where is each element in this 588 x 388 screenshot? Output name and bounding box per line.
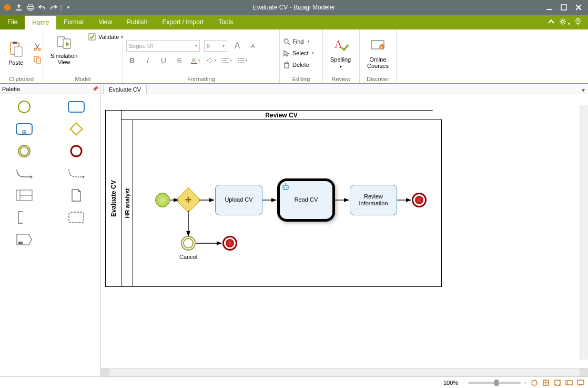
svg-point-69 <box>286 187 287 188</box>
fill-color-icon[interactable]: ▾ <box>205 55 217 66</box>
spelling-button[interactable]: A Spelling▾ <box>326 35 355 72</box>
window-title: Evaluate CV - Bizagi Modeler <box>253 4 336 11</box>
document-tabs: Evaluate CV ▾ <box>101 84 588 94</box>
maximize-icon[interactable] <box>559 2 569 13</box>
palette-sequence-flow[interactable] <box>5 166 43 181</box>
undo-icon[interactable] <box>37 2 47 13</box>
palette-start-event[interactable] <box>5 100 43 114</box>
document-tab-menu-icon[interactable]: ▾ <box>579 86 588 94</box>
lane-name: HR analyst <box>124 188 130 218</box>
svg-rect-11 <box>13 42 17 44</box>
bot-task-icon <box>282 183 289 193</box>
redo-icon[interactable] <box>48 2 59 13</box>
statusbar: 100% − + <box>0 376 588 388</box>
online-courses-label: Online Courses <box>367 56 389 69</box>
paste-button[interactable]: Paste <box>3 38 28 68</box>
palette-pool[interactable] <box>5 188 43 203</box>
palette-end-event[interactable] <box>58 144 96 158</box>
svg-marker-52 <box>31 175 33 178</box>
bpmn-intermediate-event[interactable] <box>181 236 196 251</box>
palette-intermediate-event[interactable] <box>5 144 43 158</box>
paste-label: Paste <box>8 59 23 66</box>
tab-view[interactable]: View <box>91 15 119 29</box>
fit-page-icon[interactable] <box>542 379 550 387</box>
bpmn-end-event[interactable] <box>412 193 427 207</box>
grow-font-icon[interactable]: A <box>231 40 243 52</box>
collapse-ribbon-icon[interactable] <box>548 18 555 27</box>
ribbon-group-discover: $ Online Courses Discover <box>360 29 397 83</box>
svg-point-9 <box>577 19 579 21</box>
bpmn-start-event[interactable] <box>155 193 170 207</box>
find-button[interactable]: Find ▾ <box>283 37 310 46</box>
tab-format[interactable]: Format <box>56 15 91 29</box>
select-button[interactable]: Select ▾ <box>283 48 314 58</box>
canvas[interactable]: Evaluate CV Review CV HR analyst + <box>101 94 588 368</box>
tab-publish[interactable]: Publish <box>119 15 155 29</box>
minimize-icon[interactable] <box>544 2 554 13</box>
tab-home[interactable]: Home <box>25 15 56 29</box>
close-icon[interactable] <box>573 2 584 13</box>
palette-association[interactable] <box>58 166 96 181</box>
palette-data-object[interactable] <box>58 188 96 203</box>
align-icon[interactable]: ▾ <box>221 55 232 66</box>
copy-icon[interactable] <box>33 55 42 64</box>
bpmn-task-read[interactable]: Read CV <box>277 178 335 222</box>
view-mode2-icon[interactable] <box>576 379 585 387</box>
clipboard-group-label: Clipboard <box>3 75 39 82</box>
font-size-combo[interactable]: 8 ▾ <box>204 40 227 52</box>
review-group-label: Review <box>326 75 356 82</box>
list-icon[interactable]: ▾ <box>237 55 248 66</box>
simulation-view-button[interactable]: Simulation View <box>46 32 82 67</box>
zoom-slider[interactable] <box>468 382 521 384</box>
view-mode1-icon[interactable] <box>565 379 573 387</box>
svg-point-50 <box>20 147 28 155</box>
bpmn-pool[interactable]: Evaluate CV Review CV HR analyst + <box>105 110 442 287</box>
bpmn-end-event-cancel[interactable] <box>222 236 237 251</box>
scrollbar-horizontal[interactable] <box>101 368 588 376</box>
zoom-in-button[interactable]: + <box>524 380 527 386</box>
italic-icon[interactable]: I <box>142 55 154 66</box>
svg-rect-57 <box>69 212 84 223</box>
palette-milestone[interactable] <box>5 232 43 247</box>
save-icon[interactable] <box>14 2 24 13</box>
scrollbar-vertical[interactable] <box>580 105 588 360</box>
palette-task[interactable] <box>58 100 96 114</box>
lane-header[interactable]: HR analyst <box>121 120 133 286</box>
zoom-out-button[interactable]: − <box>461 380 464 386</box>
underline-icon[interactable]: U <box>158 55 169 66</box>
app-icon[interactable] <box>2 2 13 13</box>
print-icon[interactable] <box>25 2 36 13</box>
validate-button[interactable]: Validate ▾ <box>86 32 125 42</box>
bpmn-task-review[interactable]: Review Information <box>350 185 397 215</box>
svg-point-71 <box>285 183 286 184</box>
cut-icon[interactable] <box>33 42 42 52</box>
svg-point-33 <box>284 39 288 43</box>
tab-tools[interactable]: Tools <box>211 15 240 29</box>
strike-icon[interactable]: S <box>174 55 185 66</box>
palette-subprocess[interactable] <box>5 122 43 136</box>
settings-icon[interactable]: ▾ <box>559 18 570 27</box>
lane-title-bar[interactable]: Review CV <box>121 111 441 120</box>
svg-text:$: $ <box>380 45 383 49</box>
ribbon-group-clipboard: Paste Clipboard <box>0 29 43 83</box>
shrink-font-icon[interactable]: A <box>247 40 259 52</box>
pin-icon[interactable]: 📌 <box>92 86 98 92</box>
bpmn-task-upload[interactable]: Upload CV <box>215 185 262 215</box>
fullscreen-icon[interactable] <box>553 379 562 387</box>
font-size-value: 8 <box>207 43 210 49</box>
file-tab[interactable]: File <box>0 15 25 29</box>
help-icon[interactable] <box>574 18 582 27</box>
font-family-combo[interactable]: Segoe UI ▾ <box>126 40 200 52</box>
qat-dropdown-icon[interactable]: ▼ <box>63 2 74 13</box>
document-tab[interactable]: Evaluate CV <box>103 85 147 94</box>
tab-export-import[interactable]: Export / Import <box>155 15 211 29</box>
font-color-icon[interactable]: A▾ <box>189 55 201 66</box>
pool-header[interactable]: Evaluate CV <box>106 111 121 286</box>
delete-button[interactable]: Delete <box>283 60 309 69</box>
bold-icon[interactable]: B <box>126 55 138 66</box>
palette-annotation[interactable] <box>5 210 43 225</box>
palette-gateway[interactable] <box>58 122 96 136</box>
palette-group[interactable] <box>58 210 96 225</box>
fit-width-icon[interactable] <box>530 379 539 387</box>
online-courses-button[interactable]: $ Online Courses <box>363 35 393 71</box>
